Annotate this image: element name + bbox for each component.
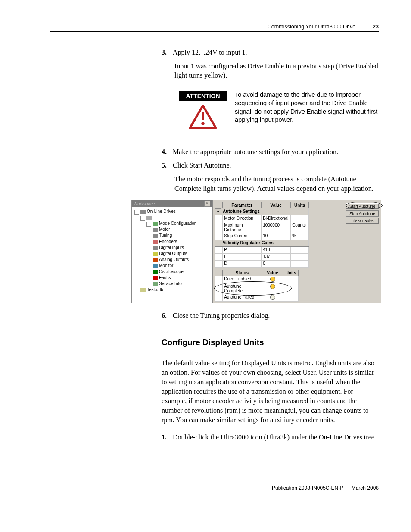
tree-drive-node[interactable]: – — [133, 215, 211, 221]
tree-item[interactable]: +Mode Configuration — [133, 221, 211, 227]
status-row-autotune-complete: Autotune Complete — [215, 283, 299, 294]
close-icon[interactable]: × — [204, 201, 210, 207]
step-text: Apply 12…24V to input 1. — [173, 48, 379, 57]
workspace-titlebar: Workspace × — [132, 200, 212, 207]
tree-item[interactable]: Oscilloscope — [133, 269, 211, 275]
col-parameter: Parameter — [223, 202, 262, 208]
tree-item[interactable]: Digital Outputs — [133, 251, 211, 257]
step-number: 6. — [162, 311, 173, 320]
step-number: 5. — [162, 161, 173, 170]
workspace-tree[interactable]: –On-Line Drives – +Mode Configuration Mo… — [132, 207, 212, 294]
step-3: 3. Apply 12…24V to input 1. — [162, 48, 379, 57]
tree-item[interactable]: Digital Inputs — [133, 245, 211, 251]
step-1b: 1. Double-click the Ultra3000 icon (Ultr… — [162, 432, 379, 442]
action-buttons: Start Autotune Stop Autotune Clear Fault… — [346, 203, 379, 224]
indicator-lit-icon — [270, 277, 275, 282]
table-row[interactable]: Maximum Distance 1000000 Counts — [215, 222, 309, 233]
expand-icon[interactable]: + — [146, 222, 151, 227]
svg-rect-0 — [202, 112, 204, 120]
collapse-icon[interactable]: – — [215, 240, 221, 246]
tuning-dialog-screenshot: Workspace × –On-Line Drives – +Mode Conf… — [131, 200, 381, 303]
indicator-unlit-icon — [270, 295, 275, 300]
status-grid: Status Value Units Drive Enabled Autotun… — [215, 270, 299, 302]
digital-out-icon — [153, 252, 158, 256]
indicator-lit-icon — [270, 284, 275, 289]
folder-icon — [140, 288, 146, 292]
section-autotune: Autotune Settings — [221, 208, 309, 215]
collapse-icon[interactable]: – — [140, 216, 145, 221]
tuning-icon — [153, 234, 158, 238]
workspace-pane: Workspace × –On-Line Drives – +Mode Conf… — [132, 200, 213, 303]
stop-autotune-button[interactable]: Stop Autotune — [346, 210, 379, 217]
tree-item[interactable]: Encoders — [133, 239, 211, 245]
table-row[interactable]: Step Current 10 % — [215, 233, 309, 240]
step-text: Make the appropriate autotune settings f… — [173, 147, 379, 157]
table-row[interactable]: D 0 — [215, 261, 309, 268]
monitor-icon — [153, 264, 158, 268]
table-row[interactable]: Motor Direction Bi-Directional — [215, 215, 309, 222]
tree-item[interactable]: Analog Outputs — [133, 257, 211, 263]
status-row-autotune-failed: Autotune Failed — [215, 294, 299, 302]
step-4: 4. Make the appropriate autotune setting… — [162, 147, 379, 157]
step-number: 3. — [162, 48, 173, 57]
step-6: 6. Close the Tuning properties dialog. — [162, 311, 379, 320]
config-icon — [153, 222, 158, 226]
step-5-followup: The motor responds and the tuning proces… — [174, 174, 379, 193]
drives-icon — [140, 210, 146, 214]
motor-icon — [153, 228, 158, 232]
publication-footer: Publication 2098-IN005C-EN-P — March 200… — [50, 485, 379, 491]
service-icon — [153, 282, 158, 286]
header-title: Commissioning Your Ultra3000 Drive — [268, 24, 355, 30]
attention-label: ATTENTION — [179, 91, 227, 101]
encoder-icon — [153, 240, 158, 244]
warning-triangle-icon — [179, 105, 227, 129]
status-row-drive-enabled: Drive Enabled — [215, 276, 299, 283]
svg-point-1 — [201, 122, 205, 125]
col-value: Value — [262, 202, 291, 208]
section-paragraph: The default value setting for Displayed … — [162, 358, 379, 425]
table-row[interactable]: P 413 — [215, 247, 309, 254]
step-number: 1. — [162, 432, 173, 442]
attention-text: To avoid damage to the drive due to impr… — [235, 91, 379, 129]
col-status: Status — [223, 270, 262, 276]
workspace-title-text: Workspace — [134, 202, 155, 206]
start-autotune-button[interactable]: Start Autotune — [346, 203, 379, 209]
step-number: 4. — [162, 147, 173, 157]
table-row[interactable]: I 137 — [215, 254, 309, 261]
collapse-icon[interactable]: – — [215, 208, 221, 215]
step-3-followup: Input 1 was configured as Drive Enable i… — [174, 62, 379, 80]
collapse-icon[interactable]: – — [134, 210, 139, 215]
page: Commissioning Your Ultra3000 Drive 23 3.… — [0, 0, 411, 508]
step-5: 5. Click Start Autotune. — [162, 161, 379, 170]
page-header: Commissioning Your Ultra3000 Drive 23 — [50, 24, 379, 32]
properties-pane: Start Autotune Stop Autotune Clear Fault… — [213, 200, 381, 303]
attention-callout: ATTENTION To avoid damage to the drive d… — [179, 87, 379, 135]
tree-root[interactable]: –On-Line Drives — [133, 208, 211, 215]
col-units: Units — [291, 202, 309, 208]
clear-faults-button[interactable]: Clear Faults — [346, 218, 379, 224]
fault-icon — [153, 276, 158, 280]
col-units: Units — [283, 270, 299, 276]
tree-item[interactable]: Tuning — [133, 233, 211, 239]
step-text: Close the Tuning properties dialog. — [173, 311, 379, 320]
tree-item[interactable]: Service Info — [133, 281, 211, 287]
analog-out-icon — [153, 258, 158, 262]
step-text: Double-click the Ultra3000 icon (Ultra3k… — [173, 432, 379, 442]
step-text: Click Start Autotune. — [173, 161, 379, 170]
scope-icon — [153, 270, 158, 274]
parameter-grid: Parameter Value Units – Autotune Setting… — [215, 202, 309, 268]
tree-item[interactable]: Motor — [133, 227, 211, 233]
section-heading: Configure Displayed Units — [162, 338, 379, 347]
tree-item[interactable]: Monitor — [133, 263, 211, 269]
col-value: Value — [262, 270, 284, 276]
tree-file[interactable]: Test.udb — [133, 287, 211, 293]
tree-item[interactable]: Faults — [133, 275, 211, 281]
drive-icon — [146, 216, 152, 220]
digital-in-icon — [153, 246, 158, 250]
header-page-number: 23 — [373, 24, 379, 30]
section-velocity: Velocity Regulator Gains — [221, 240, 309, 246]
